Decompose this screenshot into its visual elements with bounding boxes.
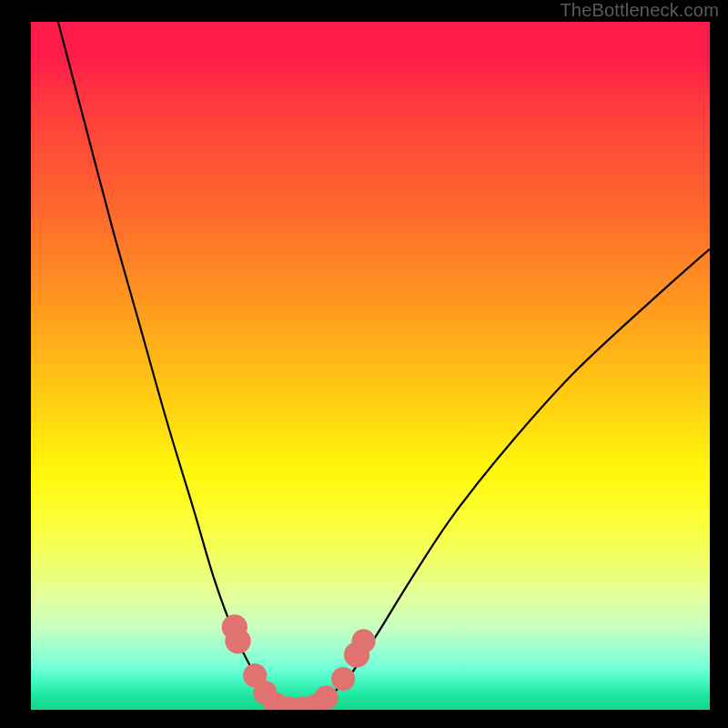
highlight-markers (222, 614, 376, 710)
marker-point (225, 628, 250, 653)
bottleneck-curve (58, 22, 710, 710)
chart-frame: TheBottleneck.com (0, 0, 728, 728)
watermark-text: TheBottleneck.com (560, 0, 719, 21)
marker-point (314, 685, 338, 709)
curve-layer (31, 22, 710, 710)
marker-point (331, 667, 355, 691)
marker-point (351, 629, 375, 652)
plot-area (31, 22, 710, 710)
